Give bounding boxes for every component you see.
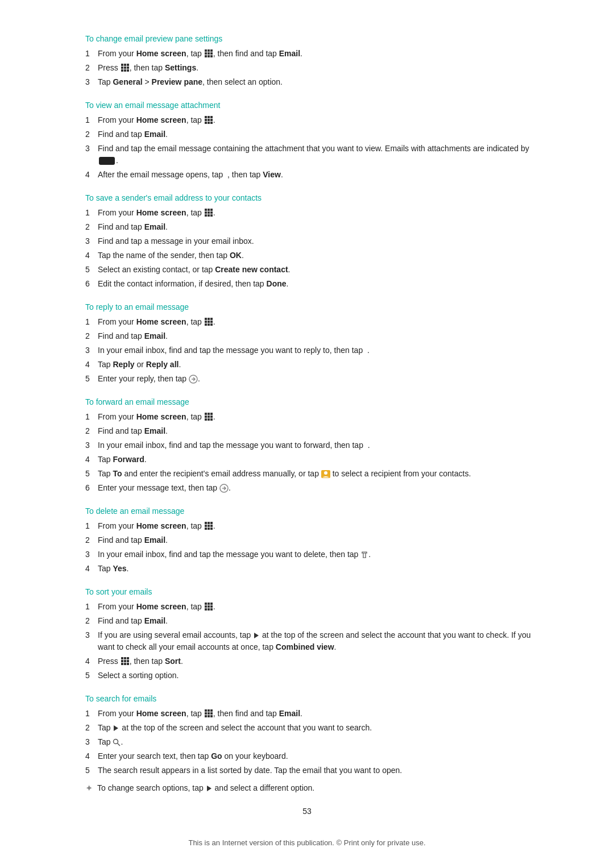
- svg-rect-80: [124, 660, 126, 662]
- step-number: 2: [85, 425, 98, 437]
- svg-line-95: [118, 744, 121, 746]
- step-item: 3 Tap General > Preview pane, then selec…: [85, 76, 546, 88]
- svg-rect-69: [210, 603, 213, 605]
- step-item: 4 Tap the name of the sender, then tap O…: [85, 250, 546, 261]
- step-content: Edit the contact information, if desired…: [98, 278, 288, 290]
- svg-rect-48: [210, 413, 213, 415]
- step-content: From your Home screen, tap .: [98, 520, 215, 532]
- step-content: Tap Yes.: [98, 563, 129, 575]
- step-item: 1 From your Home screen, tap .: [85, 207, 546, 219]
- step-item: 3 In your email inbox, find and tap the …: [85, 549, 546, 560]
- svg-rect-66: [210, 528, 213, 530]
- page-footer: This is an Internet version of this publ…: [68, 838, 546, 847]
- svg-rect-0: [205, 49, 207, 52]
- step-item: 2 Find and tap Email.: [85, 534, 546, 546]
- svg-rect-13: [124, 67, 126, 69]
- svg-rect-81: [127, 660, 129, 662]
- svg-rect-36: [205, 318, 207, 320]
- section-reply-email: To reply to an email message 1 From your…: [68, 302, 546, 385]
- svg-rect-25: [208, 122, 210, 124]
- svg-rect-84: [127, 663, 129, 665]
- step-number: 2: [85, 534, 98, 546]
- step-item: 1 From your Home screen, tap .: [85, 520, 546, 532]
- step-item: 5 Select a sorting option.: [85, 670, 546, 682]
- svg-rect-4: [208, 52, 210, 55]
- step-item: 6 Edit the contact information, if desir…: [85, 278, 546, 290]
- step-number: 2: [85, 128, 98, 140]
- svg-rect-33: [205, 214, 207, 217]
- svg-rect-61: [205, 525, 207, 527]
- svg-rect-22: [208, 119, 210, 121]
- step-number: 4: [85, 563, 98, 575]
- step-content: Enter your search text, then tap Go on y…: [98, 750, 288, 762]
- step-number: 1: [85, 601, 98, 613]
- svg-point-56: [324, 471, 327, 475]
- step-content: Find and tap Email.: [98, 534, 168, 546]
- step-item: 2 Find and tap Email.: [85, 221, 546, 233]
- step-item: 4 Tap Reply or Reply all.: [85, 359, 546, 371]
- svg-rect-74: [208, 608, 210, 610]
- step-content: Find and tap a message in your email inb…: [98, 235, 254, 247]
- step-number: 4: [85, 250, 98, 261]
- step-item: 2 Find and tap Email.: [85, 615, 546, 627]
- step-content: From your Home screen, tap .: [98, 114, 215, 126]
- svg-rect-85: [205, 709, 207, 712]
- svg-rect-70: [205, 605, 207, 608]
- svg-rect-28: [208, 209, 210, 211]
- svg-rect-87: [210, 709, 213, 712]
- section-title-reply-email: To reply to an email message: [85, 302, 546, 312]
- step-content: Enter your message text, then tap .: [98, 482, 231, 494]
- step-content: After the email message opens, tap , the…: [98, 169, 283, 181]
- step-item: 4 Press , then tap Sort.: [85, 655, 546, 667]
- step-item: 4 After the email message opens, tap , t…: [85, 169, 546, 181]
- step-number: 1: [85, 207, 98, 219]
- svg-rect-75: [210, 608, 213, 610]
- step-number: 3: [85, 143, 98, 155]
- step-item: 6 Enter your message text, then tap .: [85, 482, 546, 494]
- step-content: From your Home screen, tap .: [98, 316, 215, 328]
- step-item: 3 If you are using several email account…: [85, 629, 546, 653]
- svg-rect-14: [127, 67, 129, 69]
- steps-list: 1 From your Home screen, tap . 2 Find an…: [85, 316, 546, 385]
- step-number: 1: [85, 114, 98, 126]
- step-content: Find and tap Email.: [98, 615, 168, 627]
- step-item: 3 In your email inbox, find and tap the …: [85, 439, 546, 451]
- step-content: Find and tap Email.: [98, 425, 168, 437]
- step-item: 2 Find and tap Email.: [85, 330, 546, 342]
- svg-rect-76: [121, 657, 123, 659]
- svg-rect-58: [205, 522, 207, 524]
- svg-rect-72: [210, 605, 213, 608]
- steps-list: 1 From your Home screen, tap . 2 Find an…: [85, 601, 546, 682]
- step-item: 1 From your Home screen, tap , then find…: [85, 708, 546, 720]
- svg-rect-15: [121, 69, 123, 72]
- step-content: Tap .: [98, 736, 123, 748]
- step-content: Press , then tap Settings.: [98, 62, 198, 74]
- step-content: Find and tap the email message containin…: [98, 143, 546, 167]
- step-content: Tap at the top of the screen and select …: [98, 722, 372, 734]
- svg-rect-68: [208, 603, 210, 605]
- step-number: 5: [85, 264, 98, 276]
- step-content: In your email inbox, find and tap the me…: [98, 344, 370, 356]
- svg-rect-31: [208, 211, 210, 214]
- step-number: 3: [85, 549, 98, 560]
- svg-rect-86: [208, 709, 210, 712]
- step-item: 4 Tap Yes.: [85, 563, 546, 575]
- steps-list: 1 From your Home screen, tap , then find…: [85, 48, 546, 88]
- svg-rect-40: [208, 321, 210, 323]
- svg-rect-19: [208, 116, 210, 118]
- svg-rect-8: [210, 55, 213, 57]
- section-delete-email: To delete an email message 1 From your H…: [68, 506, 546, 575]
- svg-point-94: [114, 740, 118, 744]
- step-content: Press , then tap Sort.: [98, 655, 183, 667]
- step-content: From your Home screen, tap , then find a…: [98, 708, 302, 720]
- step-number: 5: [85, 765, 98, 776]
- step-number: 6: [85, 482, 98, 494]
- step-item: 3 Tap .: [85, 736, 546, 748]
- step-item: 3 Find and tap the email message contain…: [85, 143, 546, 167]
- svg-rect-24: [205, 122, 207, 124]
- svg-rect-88: [205, 712, 207, 715]
- svg-rect-67: [205, 603, 207, 605]
- svg-rect-46: [205, 413, 207, 415]
- section-title-sort-emails: To sort your emails: [85, 587, 546, 596]
- section-sort-emails: To sort your emails 1 From your Home scr…: [68, 587, 546, 682]
